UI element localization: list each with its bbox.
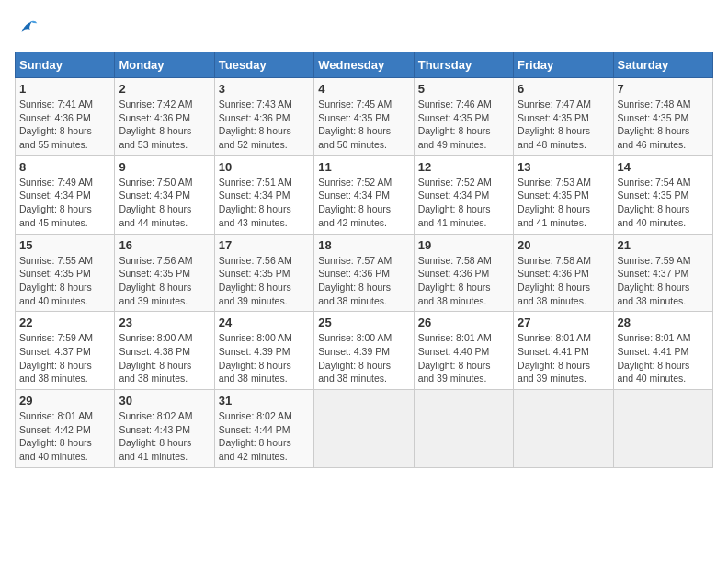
day-info: Sunrise: 8:02 AM Sunset: 4:43 PM Dayligh…: [119, 409, 210, 464]
calendar-cell: 24Sunrise: 8:00 AM Sunset: 4:39 PM Dayli…: [214, 312, 313, 390]
calendar-cell: 26Sunrise: 8:01 AM Sunset: 4:40 PM Dayli…: [414, 312, 513, 390]
calendar-cell: 29Sunrise: 8:01 AM Sunset: 4:42 PM Dayli…: [16, 390, 115, 468]
day-number: 18: [318, 238, 409, 252]
day-number: 23: [119, 316, 210, 329]
day-number: 12: [418, 160, 509, 174]
calendar-cell: 4Sunrise: 7:45 AM Sunset: 4:35 PM Daylig…: [314, 78, 414, 156]
day-info: Sunrise: 7:43 AM Sunset: 4:36 PM Dayligh…: [219, 98, 310, 152]
day-number: 19: [418, 238, 509, 252]
day-number: 11: [318, 160, 409, 174]
weekday-header: Monday: [115, 52, 214, 78]
calendar-cell: 5Sunrise: 7:46 AM Sunset: 4:35 PM Daylig…: [414, 78, 513, 156]
day-info: Sunrise: 7:53 AM Sunset: 4:35 PM Dayligh…: [518, 176, 609, 230]
calendar-header: SundayMondayTuesdayWednesdayThursdayFrid…: [16, 52, 713, 78]
calendar-cell: 27Sunrise: 8:01 AM Sunset: 4:41 PM Dayli…: [514, 312, 613, 390]
day-number: 16: [119, 238, 210, 252]
day-info: Sunrise: 7:45 AM Sunset: 4:35 PM Dayligh…: [318, 98, 409, 152]
day-info: Sunrise: 8:01 AM Sunset: 4:42 PM Dayligh…: [19, 409, 110, 464]
day-info: Sunrise: 7:55 AM Sunset: 4:35 PM Dayligh…: [19, 254, 110, 308]
logo-icon: [15, 15, 40, 40]
day-number: 31: [219, 394, 310, 408]
day-info: Sunrise: 8:01 AM Sunset: 4:41 PM Dayligh…: [618, 331, 709, 385]
day-number: 17: [219, 238, 310, 252]
day-number: 25: [318, 316, 409, 329]
calendar-cell: 19Sunrise: 7:58 AM Sunset: 4:36 PM Dayli…: [414, 234, 513, 312]
calendar-cell: 28Sunrise: 8:01 AM Sunset: 4:41 PM Dayli…: [613, 312, 712, 390]
day-number: 22: [19, 316, 110, 329]
calendar-cell: 22Sunrise: 7:59 AM Sunset: 4:37 PM Dayli…: [16, 312, 115, 390]
day-info: Sunrise: 7:57 AM Sunset: 4:36 PM Dayligh…: [318, 254, 409, 308]
day-info: Sunrise: 7:46 AM Sunset: 4:35 PM Dayligh…: [418, 98, 509, 152]
calendar-cell: 7Sunrise: 7:48 AM Sunset: 4:35 PM Daylig…: [613, 78, 712, 156]
day-info: Sunrise: 7:56 AM Sunset: 4:35 PM Dayligh…: [119, 254, 210, 308]
day-info: Sunrise: 7:49 AM Sunset: 4:34 PM Dayligh…: [19, 176, 110, 230]
calendar-week-row: 22Sunrise: 7:59 AM Sunset: 4:37 PM Dayli…: [16, 312, 713, 390]
day-info: Sunrise: 7:42 AM Sunset: 4:36 PM Dayligh…: [119, 98, 210, 152]
day-number: 9: [119, 160, 210, 174]
calendar-table: SundayMondayTuesdayWednesdayThursdayFrid…: [15, 52, 713, 468]
calendar-cell: 18Sunrise: 7:57 AM Sunset: 4:36 PM Dayli…: [314, 234, 414, 312]
calendar-cell: 2Sunrise: 7:42 AM Sunset: 4:36 PM Daylig…: [115, 78, 214, 156]
calendar-week-row: 1Sunrise: 7:41 AM Sunset: 4:36 PM Daylig…: [16, 78, 713, 156]
day-info: Sunrise: 7:50 AM Sunset: 4:34 PM Dayligh…: [119, 176, 210, 230]
weekday-header: Sunday: [16, 52, 115, 78]
calendar-cell: 30Sunrise: 8:02 AM Sunset: 4:43 PM Dayli…: [115, 390, 214, 468]
day-info: Sunrise: 7:41 AM Sunset: 4:36 PM Dayligh…: [19, 98, 110, 152]
calendar-cell: 31Sunrise: 8:02 AM Sunset: 4:44 PM Dayli…: [214, 390, 313, 468]
day-info: Sunrise: 8:01 AM Sunset: 4:40 PM Dayligh…: [418, 331, 509, 385]
day-number: 3: [219, 82, 310, 96]
day-info: Sunrise: 7:56 AM Sunset: 4:35 PM Dayligh…: [219, 254, 310, 308]
page-header: [15, 15, 713, 40]
day-number: 30: [119, 394, 210, 408]
calendar-cell: [314, 390, 414, 468]
calendar-cell: [613, 390, 712, 468]
day-info: Sunrise: 8:02 AM Sunset: 4:44 PM Dayligh…: [219, 409, 310, 464]
day-info: Sunrise: 7:47 AM Sunset: 4:35 PM Dayligh…: [518, 98, 609, 152]
day-number: 8: [19, 160, 110, 174]
day-info: Sunrise: 8:00 AM Sunset: 4:39 PM Dayligh…: [318, 331, 409, 385]
calendar-cell: 3Sunrise: 7:43 AM Sunset: 4:36 PM Daylig…: [214, 78, 313, 156]
day-number: 4: [318, 82, 409, 96]
calendar-cell: 1Sunrise: 7:41 AM Sunset: 4:36 PM Daylig…: [16, 78, 115, 156]
day-info: Sunrise: 7:59 AM Sunset: 4:37 PM Dayligh…: [19, 331, 110, 385]
calendar-cell: 21Sunrise: 7:59 AM Sunset: 4:37 PM Dayli…: [613, 234, 712, 312]
calendar-cell: [414, 390, 513, 468]
calendar-cell: 8Sunrise: 7:49 AM Sunset: 4:34 PM Daylig…: [16, 155, 115, 234]
day-info: Sunrise: 7:54 AM Sunset: 4:35 PM Dayligh…: [618, 176, 709, 230]
calendar-cell: 20Sunrise: 7:58 AM Sunset: 4:36 PM Dayli…: [514, 234, 613, 312]
day-info: Sunrise: 8:00 AM Sunset: 4:39 PM Dayligh…: [219, 331, 310, 385]
calendar-cell: 6Sunrise: 7:47 AM Sunset: 4:35 PM Daylig…: [514, 78, 613, 156]
calendar-week-row: 29Sunrise: 8:01 AM Sunset: 4:42 PM Dayli…: [16, 390, 713, 468]
day-info: Sunrise: 7:48 AM Sunset: 4:35 PM Dayligh…: [618, 98, 709, 152]
day-number: 29: [19, 394, 110, 408]
calendar-cell: 12Sunrise: 7:52 AM Sunset: 4:34 PM Dayli…: [414, 155, 513, 234]
day-info: Sunrise: 7:51 AM Sunset: 4:34 PM Dayligh…: [219, 176, 310, 230]
day-number: 1: [19, 82, 110, 96]
day-info: Sunrise: 7:58 AM Sunset: 4:36 PM Dayligh…: [518, 254, 609, 308]
logo: [15, 15, 44, 40]
day-number: 28: [618, 316, 709, 329]
day-number: 7: [618, 82, 709, 96]
calendar-cell: 15Sunrise: 7:55 AM Sunset: 4:35 PM Dayli…: [16, 234, 115, 312]
calendar-cell: 9Sunrise: 7:50 AM Sunset: 4:34 PM Daylig…: [115, 155, 214, 234]
day-number: 5: [418, 82, 509, 96]
day-number: 24: [219, 316, 310, 329]
calendar-cell: 14Sunrise: 7:54 AM Sunset: 4:35 PM Dayli…: [613, 155, 712, 234]
calendar-week-row: 8Sunrise: 7:49 AM Sunset: 4:34 PM Daylig…: [16, 155, 713, 234]
calendar-cell: 13Sunrise: 7:53 AM Sunset: 4:35 PM Dayli…: [514, 155, 613, 234]
day-number: 20: [518, 238, 609, 252]
calendar-cell: 17Sunrise: 7:56 AM Sunset: 4:35 PM Dayli…: [214, 234, 313, 312]
day-info: Sunrise: 8:00 AM Sunset: 4:38 PM Dayligh…: [119, 331, 210, 385]
calendar-cell: 11Sunrise: 7:52 AM Sunset: 4:34 PM Dayli…: [314, 155, 414, 234]
calendar-cell: [514, 390, 613, 468]
weekday-header: Tuesday: [214, 52, 313, 78]
weekday-header: Wednesday: [314, 52, 414, 78]
day-number: 10: [219, 160, 310, 174]
calendar-cell: 10Sunrise: 7:51 AM Sunset: 4:34 PM Dayli…: [214, 155, 313, 234]
weekday-header: Saturday: [613, 52, 712, 78]
day-number: 15: [19, 238, 110, 252]
day-number: 26: [418, 316, 509, 329]
day-number: 27: [518, 316, 609, 329]
day-number: 14: [618, 160, 709, 174]
day-number: 6: [518, 82, 609, 96]
